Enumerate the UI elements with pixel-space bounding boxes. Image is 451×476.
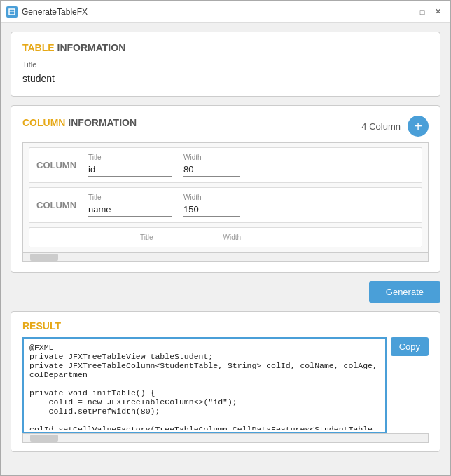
column-2-title-label: Title: [88, 193, 172, 201]
column-title-rest: INFORMATION: [65, 117, 137, 128]
column-2-title-wrap: Title: [88, 193, 172, 217]
column-2-fields: Title Width: [88, 193, 415, 217]
svg-rect-0: [9, 9, 15, 15]
generate-row: Generate: [11, 281, 440, 303]
copy-button[interactable]: Copy: [391, 337, 429, 356]
column-1-title-wrap: Title: [88, 154, 172, 177]
add-column-button[interactable]: +: [408, 116, 429, 137]
title-bar: GenerateTableFX — □ ✕: [1, 1, 450, 23]
column-1-fields: Title Width: [88, 154, 415, 177]
column-row: COLUMN Title Width: [29, 147, 422, 183]
minimize-button[interactable]: —: [400, 5, 414, 19]
column-1-field-group: Title Width: [88, 154, 415, 177]
result-textarea[interactable]: @FXML private JFXTreeTableView tableStud…: [24, 339, 385, 430]
table-title-rest: INFORMATION: [55, 42, 126, 53]
empty-width-label: Width: [223, 233, 242, 241]
window-controls: — □ ✕: [400, 5, 445, 19]
main-window: GenerateTableFX — □ ✕ TABLE INFORMATION …: [0, 0, 451, 476]
column-1-width-label: Width: [183, 154, 240, 161]
column-count: 4 Column: [361, 121, 401, 132]
result-horizontal-scrollbar-thumb: [30, 435, 58, 442]
close-button[interactable]: ✕: [431, 5, 445, 19]
window-title: GenerateTableFX: [22, 7, 396, 17]
column-information-title: COLUMN INFORMATION: [22, 117, 137, 128]
table-information-section: TABLE INFORMATION Title: [11, 32, 440, 97]
column-info-header: COLUMN INFORMATION 4 Column +: [22, 116, 429, 137]
app-icon: [6, 6, 18, 18]
columns-scroll-area[interactable]: COLUMN Title Width: [22, 142, 429, 252]
empty-column-row: Title Width: [29, 227, 422, 247]
empty-row-labels: Title Width: [140, 233, 241, 241]
result-title: RESULT: [22, 320, 429, 332]
table-information-title: TABLE INFORMATION: [22, 42, 429, 53]
columns-horizontal-scrollbar[interactable]: [22, 252, 429, 262]
column-2-field-group: Title Width: [88, 193, 415, 217]
column-row: COLUMN Title Width: [29, 187, 422, 223]
column-1-width-input[interactable]: [183, 163, 240, 177]
column-row-label-2: COLUMN: [36, 200, 77, 210]
column-1-title-input[interactable]: [88, 163, 172, 177]
column-2-width-wrap: Width: [183, 193, 240, 217]
column-2-title-input[interactable]: [88, 203, 172, 217]
column-2-width-input[interactable]: [183, 203, 240, 217]
column-1-title-label: Title: [88, 154, 172, 161]
generate-button[interactable]: Generate: [369, 281, 440, 303]
column-row-label-1: COLUMN: [36, 160, 77, 170]
result-code-container: @FXML private JFXTreeTableView tableStud…: [22, 337, 387, 433]
column-2-width-label: Width: [183, 193, 240, 201]
columns-horizontal-scrollbar-thumb: [30, 254, 58, 261]
result-area-wrap: @FXML private JFXTreeTableView tableStud…: [22, 337, 429, 433]
column-1-width-wrap: Width: [183, 154, 240, 177]
result-horizontal-scrollbar[interactable]: [22, 433, 429, 443]
table-title-highlight: TABLE: [22, 42, 55, 53]
table-title-input[interactable]: [22, 72, 134, 86]
empty-title-label: Title: [140, 233, 153, 241]
maximize-button[interactable]: □: [415, 5, 429, 19]
column-title-highlight: COLUMN: [22, 117, 65, 128]
column-information-section: COLUMN INFORMATION 4 Column + COLUMN Tit…: [11, 105, 440, 273]
content-area: TABLE INFORMATION Title COLUMN INFORMATI…: [1, 23, 450, 475]
title-field-label: Title: [22, 60, 429, 69]
result-section: RESULT @FXML private JFXTreeTableView ta…: [11, 311, 440, 452]
